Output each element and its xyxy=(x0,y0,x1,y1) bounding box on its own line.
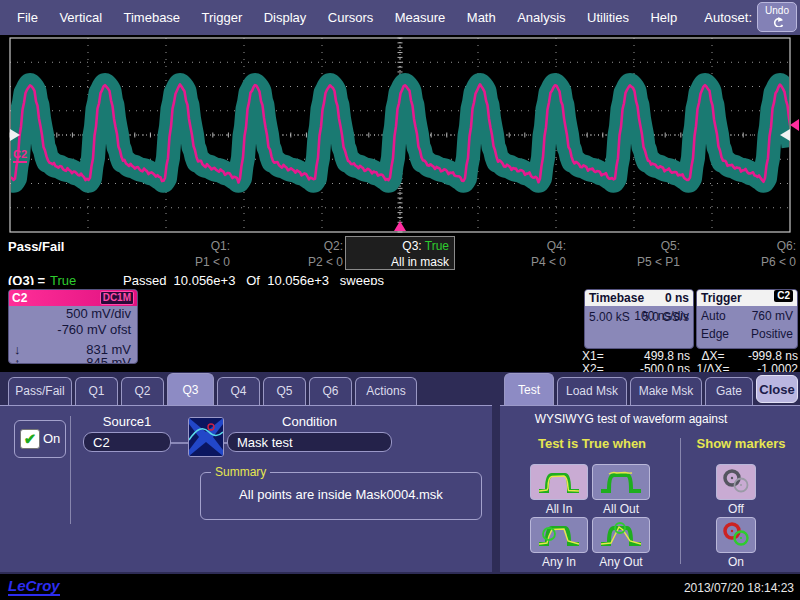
up-arrow-icon: ↑ xyxy=(14,356,21,364)
on-checkbox-label: On xyxy=(43,431,60,446)
trigger-time-marker[interactable] xyxy=(394,221,406,231)
menu-timebase[interactable]: Timebase xyxy=(124,0,181,35)
true-when-label: Test is True when xyxy=(512,436,672,451)
on-toggle-group[interactable]: ✔ On xyxy=(14,420,66,458)
trace-label-c2[interactable]: C2 xyxy=(13,148,27,163)
any-out-label: Any Out xyxy=(592,555,650,569)
passfail-status: Pass/Fail Q1:P1 < 0 Q2:P2 < 0 Q3: True A… xyxy=(0,235,800,285)
datetime-display: 2013/07/20 18:14:23 xyxy=(684,581,794,595)
trigger-descriptor[interactable]: Trigger C2 Auto 760 mV Edge Positive xyxy=(696,289,798,349)
channel-scale: 500 mV/div xyxy=(9,306,137,322)
descriptor-row: C2 DC1M 500 mV/div -760 mV ofst ↓ 831 mV… xyxy=(0,285,800,372)
tab-q2[interactable]: Q2 xyxy=(121,377,164,405)
all-in-label: All In xyxy=(530,502,588,516)
menu-bar: File Vertical Timebase Trigger Display C… xyxy=(0,0,800,36)
menu-utilities[interactable]: Utilities xyxy=(587,0,629,35)
tab-q4[interactable]: Q4 xyxy=(217,377,260,405)
q1-status: Q1:P1 < 0 xyxy=(130,238,230,270)
q3-status-highlight: Q3: True All in mask xyxy=(345,236,455,270)
trigger-header: Trigger C2 xyxy=(697,290,797,306)
waveform-display[interactable]: C2 xyxy=(0,35,800,235)
timebase-sampling: 5.00 kS 5.0 GS/s xyxy=(585,310,693,324)
any-out-button[interactable] xyxy=(592,517,650,553)
q2-status: Q2:P2 < 0 xyxy=(243,238,343,270)
markers-on-label: On xyxy=(712,555,760,569)
menu-analysis[interactable]: Analysis xyxy=(517,0,565,35)
timebase-descriptor[interactable]: Timebase 0 ns 100 ns/div 5.00 kS 5.0 GS/… xyxy=(584,289,694,349)
trigger-type-slope: Edge Positive xyxy=(697,327,797,341)
q5-status: Q5:P5 < P1 xyxy=(580,238,680,270)
tab-actions[interactable]: Actions xyxy=(355,377,417,405)
show-markers-label: Show markers xyxy=(688,436,794,451)
all-in-button[interactable] xyxy=(530,464,588,500)
q3-panel: ✔ On Source1 C2 Condition Mask test xyxy=(0,405,492,572)
on-checkbox[interactable]: ✔ xyxy=(20,429,40,449)
oscilloscope-screen: File Vertical Timebase Trigger Display C… xyxy=(0,0,800,600)
tab-test[interactable]: Test xyxy=(504,373,554,405)
all-out-button[interactable] xyxy=(592,464,650,500)
markers-on-button[interactable] xyxy=(716,517,756,553)
menu-file[interactable]: File xyxy=(17,0,38,35)
all-out-label: All Out xyxy=(592,502,650,516)
condition-field[interactable]: Mask test xyxy=(227,432,392,452)
menu-cursors[interactable]: Cursors xyxy=(328,0,374,35)
all-out-icon xyxy=(599,469,643,495)
any-out-icon xyxy=(599,522,643,548)
lecroy-logo: LeCroy xyxy=(8,578,60,596)
cursor-x2-marker[interactable] xyxy=(10,129,20,141)
channel-max: ↑ 845 mV xyxy=(9,356,137,364)
close-button[interactable]: Close xyxy=(756,375,798,403)
trigger-mode-level: Auto 760 mV xyxy=(697,309,797,323)
markers-off-button[interactable] xyxy=(716,464,756,500)
summary-group: Summary All points are inside Mask0004.m… xyxy=(200,472,482,520)
right-panel-divider xyxy=(680,438,681,564)
trigger-source-badge: C2 xyxy=(774,290,793,302)
summary-text: All points are inside Mask0004.msk xyxy=(201,487,481,502)
tab-gate[interactable]: Gate xyxy=(705,377,753,405)
timebase-delay: 0 ns xyxy=(665,290,689,306)
trigger-level-marker[interactable] xyxy=(790,119,799,131)
timebase-header: Timebase 0 ns xyxy=(585,290,693,306)
bottom-bar: LeCroy 2013/07/20 18:14:23 xyxy=(0,574,800,600)
all-in-icon xyxy=(537,469,581,495)
any-in-button[interactable] xyxy=(530,517,588,553)
menu-display[interactable]: Display xyxy=(264,0,307,35)
q6-status: Q6:P6 < 0 xyxy=(696,238,796,270)
undo-button[interactable]: Undo xyxy=(757,2,797,32)
tab-make-msk[interactable]: Make Msk xyxy=(630,377,702,405)
tab-passfail[interactable]: Pass/Fail xyxy=(8,377,72,405)
menu-trigger[interactable]: Trigger xyxy=(202,0,243,35)
markers-off-icon xyxy=(720,468,752,496)
tab-q6[interactable]: Q6 xyxy=(309,377,352,405)
menu-vertical[interactable]: Vertical xyxy=(59,0,102,35)
cursor-x1-marker[interactable] xyxy=(780,129,790,141)
left-panel-divider xyxy=(70,416,71,524)
any-in-icon xyxy=(537,522,581,548)
summary-label: Summary xyxy=(211,465,270,479)
condition-label: Condition xyxy=(227,414,392,429)
mask-test-description: WYSIWYG test of waveform against xyxy=(500,412,762,426)
source1-field[interactable]: C2 xyxy=(83,432,171,452)
passfail-title: Pass/Fail xyxy=(8,239,64,254)
tab-q1[interactable]: Q1 xyxy=(75,377,118,405)
channel-header: C2 DC1M xyxy=(9,290,137,306)
mask-test-icon xyxy=(188,417,224,457)
passfail-dialog: Pass/Fail Q1 Q2 Q3 Q4 Q5 Q6 Actions ✔ On… xyxy=(0,372,800,574)
tab-q3[interactable]: Q3 xyxy=(167,373,214,405)
any-in-label: Any In xyxy=(530,555,588,569)
q4-status: Q4:P4 < 0 xyxy=(466,238,566,270)
tab-q5[interactable]: Q5 xyxy=(263,377,306,405)
coupling-badge: DC1M xyxy=(100,291,134,305)
tab-load-msk[interactable]: Load Msk xyxy=(557,377,627,405)
undo-label: Undo xyxy=(765,5,789,16)
undo-arrow-icon xyxy=(770,17,784,27)
channel-name: C2 xyxy=(12,291,27,305)
menu-measure[interactable]: Measure xyxy=(395,0,446,35)
menu-math[interactable]: Math xyxy=(467,0,496,35)
waveform-trace xyxy=(0,35,800,235)
markers-off-label: Off xyxy=(712,502,760,516)
source1-label: Source1 xyxy=(83,414,171,429)
menu-help[interactable]: Help xyxy=(650,0,677,35)
autoset-label: Autoset: xyxy=(704,0,752,35)
channel-descriptor-c2[interactable]: C2 DC1M 500 mV/div -760 mV ofst ↓ 831 mV… xyxy=(8,289,138,364)
